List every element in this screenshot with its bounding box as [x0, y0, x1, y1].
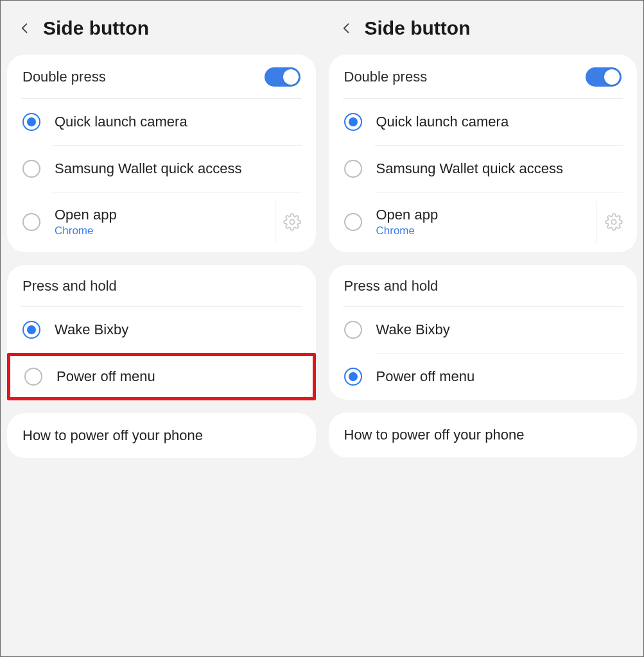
radio-icon: [344, 113, 362, 131]
press-hold-card: Press and hold Wake Bixby Power off menu: [7, 265, 316, 400]
svg-point-0: [290, 220, 294, 225]
option-wake-bixby[interactable]: Wake Bixby: [21, 307, 302, 353]
help-link[interactable]: How to power off your phone: [7, 413, 316, 458]
press-hold-card: Press and hold Wake Bixby Power off menu: [329, 265, 638, 400]
option-label: Open app Chrome: [55, 207, 261, 238]
back-icon[interactable]: [19, 19, 31, 37]
radio-icon: [22, 321, 40, 339]
double-press-header-row: Double press: [343, 55, 623, 99]
option-sublabel: Chrome: [376, 225, 582, 237]
option-samsung-wallet[interactable]: Samsung Wallet quick access: [343, 146, 623, 192]
press-hold-header-row: Press and hold: [343, 265, 623, 307]
help-text: How to power off your phone: [22, 427, 300, 444]
option-label: Wake Bixby: [55, 321, 300, 338]
radio-icon: [344, 213, 362, 231]
option-label: Samsung Wallet quick access: [376, 160, 622, 177]
option-label-text: Open app: [55, 207, 261, 223]
radio-icon: [344, 368, 362, 386]
panel-right: Side button Double press Quick launch ca…: [322, 1, 644, 656]
option-samsung-wallet[interactable]: Samsung Wallet quick access: [21, 146, 302, 192]
option-open-app[interactable]: Open app Chrome: [343, 192, 623, 252]
double-press-toggle[interactable]: [265, 67, 300, 87]
option-label: Quick launch camera: [55, 114, 300, 130]
open-app-settings-button[interactable]: [275, 201, 300, 243]
radio-icon: [344, 160, 362, 178]
option-power-off-menu[interactable]: Power off menu: [343, 354, 623, 400]
header: Side button: [1, 1, 322, 55]
option-label: Wake Bixby: [376, 321, 622, 338]
option-open-app[interactable]: Open app Chrome: [21, 192, 302, 252]
option-sublabel: Chrome: [55, 225, 261, 237]
radio-icon: [22, 113, 40, 131]
svg-point-1: [611, 220, 616, 225]
option-label: Power off menu: [57, 368, 299, 385]
gear-icon: [283, 213, 301, 231]
press-hold-header: Press and hold: [344, 278, 439, 294]
double-press-toggle[interactable]: [586, 67, 622, 87]
option-quick-launch-camera[interactable]: Quick launch camera: [343, 99, 623, 145]
open-app-settings-button[interactable]: [596, 201, 622, 243]
header: Side button: [322, 1, 644, 55]
help-text: How to power off your phone: [344, 427, 622, 443]
press-hold-header-row: Press and hold: [21, 265, 302, 307]
double-press-header: Double press: [22, 69, 106, 85]
radio-icon: [344, 321, 362, 339]
option-wake-bixby[interactable]: Wake Bixby: [343, 307, 623, 353]
page-title: Side button: [43, 17, 149, 39]
page-title: Side button: [365, 17, 471, 39]
press-hold-header: Press and hold: [22, 278, 117, 294]
option-power-off-menu[interactable]: Power off menu: [7, 353, 316, 400]
double-press-header: Double press: [344, 69, 428, 85]
option-label: Open app Chrome: [376, 207, 582, 238]
option-label: Quick launch camera: [376, 114, 622, 130]
double-press-card: Double press Quick launch camera Samsung…: [7, 55, 316, 252]
help-link[interactable]: How to power off your phone: [329, 413, 638, 457]
double-press-card: Double press Quick launch camera Samsung…: [329, 55, 638, 252]
radio-icon: [24, 368, 42, 386]
option-label-text: Open app: [376, 207, 582, 223]
gear-icon: [605, 213, 623, 231]
panel-left: Side button Double press Quick launch ca…: [1, 1, 322, 656]
double-press-header-row: Double press: [21, 55, 302, 99]
option-quick-launch-camera[interactable]: Quick launch camera: [21, 99, 302, 145]
option-label: Samsung Wallet quick access: [55, 160, 300, 177]
radio-icon: [22, 160, 40, 178]
back-icon[interactable]: [340, 19, 353, 37]
option-label: Power off menu: [376, 368, 622, 385]
radio-icon: [22, 213, 40, 231]
